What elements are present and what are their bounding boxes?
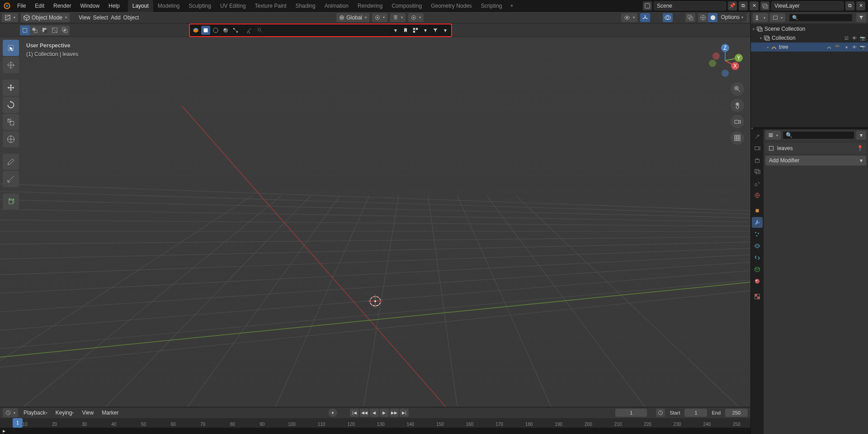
asset-brush-icon[interactable] bbox=[245, 26, 254, 35]
properties-editor-type[interactable] bbox=[765, 131, 781, 140]
asset-cube-icon[interactable] bbox=[201, 26, 210, 35]
navigation-gizmo[interactable]: Z Y X bbox=[706, 42, 744, 80]
tab-compositing[interactable]: Compositing bbox=[387, 0, 426, 12]
asset-bookmark-icon[interactable] bbox=[401, 26, 410, 35]
prop-tab-scene[interactable] bbox=[752, 178, 763, 189]
prop-tab-modifiers[interactable] bbox=[752, 217, 763, 228]
status-expand-icon[interactable]: ▸ bbox=[3, 428, 5, 434]
prop-tab-object[interactable] bbox=[752, 205, 763, 216]
viewlayer-name-field[interactable]: ViewLayer bbox=[771, 1, 844, 10]
pin-icon[interactable]: 📍 bbox=[857, 145, 863, 151]
copy-viewlayer-icon[interactable]: ⧉ bbox=[845, 1, 854, 10]
tab-shading[interactable]: Shading bbox=[291, 0, 320, 12]
outliner-editor-type[interactable] bbox=[753, 13, 768, 22]
select-subtract[interactable] bbox=[40, 25, 50, 35]
gizmo-toggle[interactable] bbox=[640, 13, 650, 22]
render-toggle[interactable]: 📷 bbox=[859, 36, 866, 41]
prop-tab-constraints[interactable] bbox=[752, 252, 763, 263]
tool-select-box[interactable] bbox=[3, 40, 19, 56]
visibility-dropdown[interactable] bbox=[621, 13, 637, 22]
tab-scripting[interactable]: Scripting bbox=[476, 0, 507, 12]
prop-tab-viewlayer[interactable] bbox=[752, 166, 763, 177]
tool-scale[interactable] bbox=[3, 114, 19, 130]
tab-modeling[interactable]: Modeling bbox=[153, 0, 184, 12]
outliner-search[interactable] bbox=[789, 14, 853, 22]
tool-add-cube[interactable]: + bbox=[3, 193, 19, 210]
timeline-view-menu[interactable]: View bbox=[79, 409, 96, 417]
perspective-toggle-button[interactable] bbox=[731, 131, 744, 145]
shading-solid[interactable] bbox=[708, 13, 718, 22]
tab-uv-editing[interactable]: UV Editing bbox=[216, 0, 250, 12]
delete-viewlayer-icon[interactable]: ✕ bbox=[856, 1, 865, 10]
snap-dropdown[interactable] bbox=[390, 13, 406, 22]
shading-wireframe[interactable] bbox=[698, 13, 708, 22]
add-menu[interactable]: Add bbox=[111, 14, 120, 21]
select-menu[interactable]: Select bbox=[93, 14, 108, 21]
view-menu[interactable]: View bbox=[79, 14, 90, 21]
tab-geometry-nodes[interactable]: Geometry Nodes bbox=[426, 0, 476, 12]
tab-sculpting[interactable]: Sculpting bbox=[184, 0, 216, 12]
menu-edit[interactable]: Edit bbox=[30, 0, 49, 12]
tab-animation[interactable]: Animation bbox=[320, 0, 353, 12]
outliner-scene-collection[interactable]: ▾ Scene Collection bbox=[751, 24, 868, 33]
start-frame-field[interactable]: 1 bbox=[684, 409, 707, 417]
pan-button[interactable] bbox=[731, 99, 744, 112]
prop-tab-texture[interactable] bbox=[752, 291, 763, 302]
properties-breadcrumb[interactable]: leaves 📍 bbox=[765, 143, 866, 154]
editor-type-dropdown[interactable] bbox=[2, 13, 18, 22]
copy-scene-icon[interactable]: ⧉ bbox=[739, 1, 748, 10]
keying-menu[interactable]: Keying bbox=[53, 409, 77, 417]
outliner-filter-icon[interactable] bbox=[856, 13, 866, 22]
jump-to-end[interactable]: ▶| bbox=[400, 409, 409, 417]
tool-transform[interactable] bbox=[3, 131, 19, 147]
timeline-editor-type[interactable] bbox=[3, 408, 18, 417]
prop-tab-world[interactable] bbox=[752, 190, 763, 201]
select-intersect[interactable] bbox=[60, 25, 70, 35]
prop-tab-physics[interactable] bbox=[752, 241, 763, 251]
prop-tab-data[interactable] bbox=[752, 264, 763, 275]
object-menu[interactable]: Object bbox=[123, 14, 139, 21]
asset-catalog-dropdown-icon[interactable]: ▾ bbox=[421, 26, 430, 35]
prop-tab-render[interactable] bbox=[752, 143, 763, 154]
asset-sphere-icon[interactable] bbox=[211, 26, 220, 35]
play-forward[interactable]: ▶ bbox=[380, 409, 389, 417]
tab-layout[interactable]: Layout bbox=[128, 0, 153, 12]
camera-view-button[interactable] bbox=[731, 115, 744, 128]
xray-toggle[interactable] bbox=[685, 13, 695, 22]
delete-scene-icon[interactable]: ✕ bbox=[750, 1, 759, 10]
asset-all-icon[interactable] bbox=[191, 26, 200, 35]
tool-annotate[interactable] bbox=[3, 154, 19, 170]
timeline-track[interactable]: 1 10203040506070809010011012013014015016… bbox=[0, 418, 750, 428]
exclude-checkbox[interactable]: ☑ bbox=[843, 36, 850, 41]
playhead[interactable]: 1 bbox=[13, 418, 23, 428]
end-frame-field[interactable]: 250 bbox=[725, 409, 748, 417]
marker-menu[interactable]: Marker bbox=[99, 409, 121, 417]
zoom-button[interactable] bbox=[731, 82, 744, 96]
outliner-object-tree[interactable]: ▸ tree ▾ 👁 📷 bbox=[751, 42, 868, 52]
scene-browse-icon[interactable] bbox=[643, 1, 652, 10]
add-modifier-button[interactable]: Add Modifier ▾ bbox=[765, 156, 866, 165]
scene-name-field[interactable]: Scene bbox=[654, 1, 726, 10]
proportional-edit-dropdown[interactable] bbox=[408, 13, 424, 22]
render-toggle[interactable]: 📷 bbox=[859, 45, 866, 50]
jump-next-key[interactable]: ▶▶ bbox=[390, 409, 399, 417]
menu-render[interactable]: Render bbox=[49, 0, 75, 12]
asset-filter-dropdown-icon[interactable]: ▾ bbox=[441, 26, 450, 35]
viewlayer-browse-icon[interactable] bbox=[760, 1, 769, 10]
asset-dropdown-icon[interactable]: ▾ bbox=[391, 26, 400, 35]
prop-tab-tool[interactable] bbox=[752, 131, 763, 142]
select-set-new[interactable] bbox=[20, 25, 30, 35]
3d-viewport[interactable]: User Perspective (1) Collection | leaves… bbox=[0, 37, 750, 407]
jump-prev-key[interactable]: ◀◀ bbox=[360, 409, 369, 417]
overlays-toggle[interactable] bbox=[663, 13, 673, 22]
prop-tab-output[interactable] bbox=[752, 155, 763, 165]
tab-texture-paint[interactable]: Texture Paint bbox=[250, 0, 291, 12]
tool-move[interactable] bbox=[3, 80, 19, 96]
outliner-search-input[interactable] bbox=[789, 14, 853, 22]
menu-file[interactable]: File bbox=[13, 0, 30, 12]
menu-window[interactable]: Window bbox=[75, 0, 104, 12]
asset-material-icon[interactable] bbox=[221, 26, 230, 35]
visibility-toggle[interactable]: 👁 bbox=[851, 36, 858, 41]
properties-options-icon[interactable]: ▾ bbox=[856, 131, 866, 140]
select-invert[interactable] bbox=[50, 25, 60, 35]
